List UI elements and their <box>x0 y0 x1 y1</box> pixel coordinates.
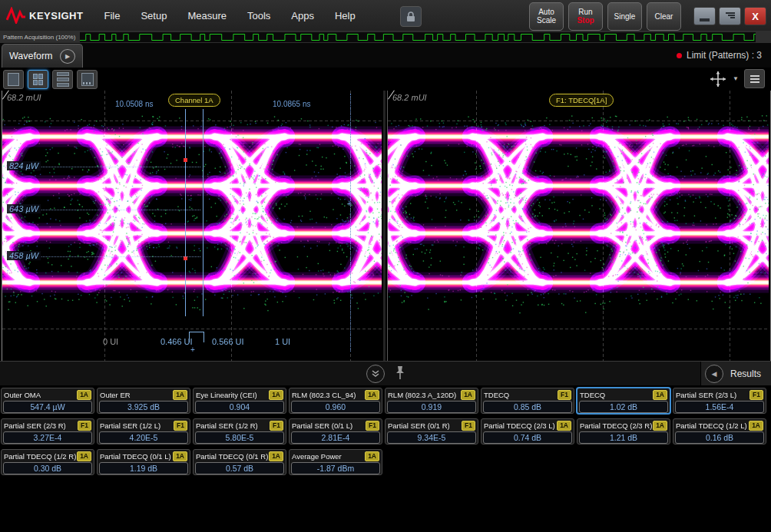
results-back-button[interactable]: ◀ <box>705 365 723 383</box>
result-value: 4.20E-5 <box>99 431 188 444</box>
source-badge: 1A <box>173 451 187 461</box>
bracket-left <box>189 332 197 342</box>
result-tile[interactable]: Partial SER (2/3 L)F11.56E-4 <box>673 388 766 414</box>
play-icon: ▶ <box>65 53 70 60</box>
result-name: Eye Linearity (CEI) <box>196 391 257 399</box>
ui-axis-0466: 0.466 UI <box>160 337 193 346</box>
jitter-readout: 68.2 mUI <box>392 93 427 102</box>
single-pane-icon <box>8 73 19 86</box>
run-stop-button[interactable]: Run Stop <box>568 2 603 31</box>
result-tile[interactable]: Partial SER (0/1 R)F19.34E-5 <box>385 418 478 444</box>
result-tile[interactable]: Partial SER (0/1 L)F12.81E-4 <box>289 418 382 444</box>
marker-line-right[interactable] <box>203 109 204 316</box>
result-tile-header: RLM (802.3 CL_94)1A <box>290 388 382 401</box>
menu-measure[interactable]: Measure <box>187 10 227 21</box>
ui-axis-1: 1 UI <box>275 337 290 346</box>
result-tile[interactable]: Partial TDECQ (0/1 L)1A1.19 dB <box>97 449 190 475</box>
pushpin-icon[interactable] <box>395 365 405 381</box>
result-tile[interactable]: Eye Linearity (CEI)1A0.904 <box>193 388 286 414</box>
result-tile[interactable]: Outer OMA1A547.4 µW <box>1 388 94 414</box>
result-tile[interactable]: RLM (802.3 CL_94)1A0.960 <box>289 388 382 414</box>
tab-expand-icon[interactable]: ▶ <box>60 49 75 64</box>
channel-1a-badge[interactable]: Channel 1A <box>168 94 220 107</box>
layout-bottom-strip-button[interactable] <box>77 70 98 89</box>
menu-apps[interactable]: Apps <box>291 10 314 21</box>
result-tile[interactable]: Partial SER (1/2 R)F15.80E-5 <box>193 418 286 444</box>
source-badge: F1 <box>366 421 379 431</box>
result-tile[interactable]: Partial SER (2/3 R)F13.27E-4 <box>1 418 94 444</box>
result-value: -1.87 dBm <box>291 462 380 474</box>
result-value: 9.34E-5 <box>387 431 476 444</box>
result-value: 0.16 dB <box>675 431 764 444</box>
result-tile-header: Partial TDECQ (1/2 R)1A <box>2 450 94 462</box>
acquisition-text: Pattern Acquisition <box>3 34 54 41</box>
menu-setup[interactable]: Setup <box>141 10 167 21</box>
source-badge: F1 <box>270 421 283 431</box>
keysight-logo: KEYSIGHT <box>6 7 83 24</box>
result-value: 1.56E-4 <box>675 401 764 413</box>
result-tile[interactable]: RLM (802.3 A_120D)1A0.919 <box>385 388 478 414</box>
menu-tools[interactable]: Tools <box>247 10 270 21</box>
results-panel-header: ◀ Results <box>700 362 771 385</box>
menu-bar: KEYSIGHT File Setup Measure Tools Apps H… <box>0 0 771 31</box>
marker-caret-icon[interactable]: ▼ <box>733 75 739 82</box>
result-tile-header: Partial TDECQ (2/3 R)1A <box>577 419 670 431</box>
result-name: RLM (802.3 A_120D) <box>388 391 456 399</box>
auto-scale-button[interactable]: Auto Scale <box>529 2 564 31</box>
marker-point-top[interactable] <box>184 158 187 162</box>
limit-status: Limit (Patterns) : 3 <box>677 50 762 61</box>
result-tile[interactable]: TDECQ1A1.02 dB <box>577 388 670 414</box>
result-name: Partial SER (0/1 L) <box>292 421 352 430</box>
result-tile-header: Eye Linearity (CEI)1A <box>194 388 286 401</box>
minimize-icon <box>700 18 710 21</box>
crosshair-arrows-icon[interactable] <box>709 70 727 88</box>
pattern-acquisition-label: Pattern Acquisition (100%) <box>0 34 78 41</box>
tab-waveform[interactable]: Waveform ▶ <box>2 44 83 68</box>
dotted-marker-line[interactable] <box>350 94 351 352</box>
result-value: 0.74 dB <box>483 431 572 444</box>
layout-single-button[interactable] <box>3 70 24 89</box>
result-tile[interactable]: Partial TDECQ (1/2 R)1A0.30 dB <box>1 449 94 475</box>
menu-file[interactable]: File <box>104 10 120 21</box>
result-tile-header: Outer ER1A <box>98 388 190 401</box>
layout-rows-button[interactable] <box>52 70 73 89</box>
result-tile[interactable]: Partial TDECQ (2/3 R)1A1.21 dB <box>577 418 670 444</box>
collapse-results-button[interactable] <box>366 365 385 383</box>
tdecq-f1-badge[interactable]: F1: TDECQ[1A] <box>549 94 614 107</box>
lock-icon[interactable] <box>400 6 422 27</box>
result-value: 3.27E-4 <box>3 431 92 444</box>
result-tile[interactable]: Outer ER1A3.925 dB <box>97 388 190 414</box>
result-name: Average Power <box>292 452 342 461</box>
eye-diagram-canvas-1a[interactable] <box>2 91 382 361</box>
result-value: 0.30 dB <box>3 462 92 474</box>
graph-menu-button[interactable] <box>744 69 765 88</box>
eye-diagram-canvas-f1[interactable] <box>388 91 769 361</box>
waveform-display-area: 68.2 mUI 10.0508 ns Channel 1A 10.0865 n… <box>0 91 771 361</box>
panel-divider[interactable] <box>383 91 386 361</box>
auto-scale-label-1: Auto <box>534 8 559 16</box>
clear-button[interactable]: Clear <box>647 2 681 31</box>
result-name: Outer ER <box>100 391 131 399</box>
minimize-button[interactable] <box>693 7 716 25</box>
marker-line-left[interactable] <box>185 109 186 316</box>
result-tile[interactable]: Partial SER (1/2 L)F14.20E-5 <box>97 418 190 444</box>
result-tile[interactable]: Partial TDECQ (2/3 L)1A0.74 dB <box>481 418 574 444</box>
single-button[interactable]: Single <box>607 2 642 31</box>
result-tile[interactable]: TDECQF10.85 dB <box>481 388 574 414</box>
run-label: Run <box>573 8 598 16</box>
layout-quad-button[interactable] <box>28 70 48 89</box>
results-panel-title: Results <box>730 368 761 379</box>
result-tile-header: Partial SER (2/3 R)F1 <box>2 419 94 431</box>
result-value: 0.904 <box>195 401 284 413</box>
level-label-lower: 458 µW <box>7 251 41 260</box>
close-button[interactable]: X <box>744 7 766 25</box>
result-tile-header: Partial TDECQ (0/1 R)1A <box>194 450 286 462</box>
result-name: Partial TDECQ (2/3 R) <box>580 421 652 430</box>
result-tile[interactable]: Partial TDECQ (1/2 L)1A0.16 dB <box>673 418 766 444</box>
restore-layout-button[interactable] <box>719 7 741 25</box>
result-tile[interactable]: Partial TDECQ (0/1 R)1A0.57 dB <box>193 449 286 475</box>
menu-help[interactable]: Help <box>335 10 356 21</box>
result-tile[interactable]: Average Power1A-1.87 dBm <box>289 449 382 475</box>
result-value: 0.85 dB <box>483 401 572 413</box>
results-grid: Outer OMA1A547.4 µWOuter ER1A3.925 dBEye… <box>1 388 770 475</box>
